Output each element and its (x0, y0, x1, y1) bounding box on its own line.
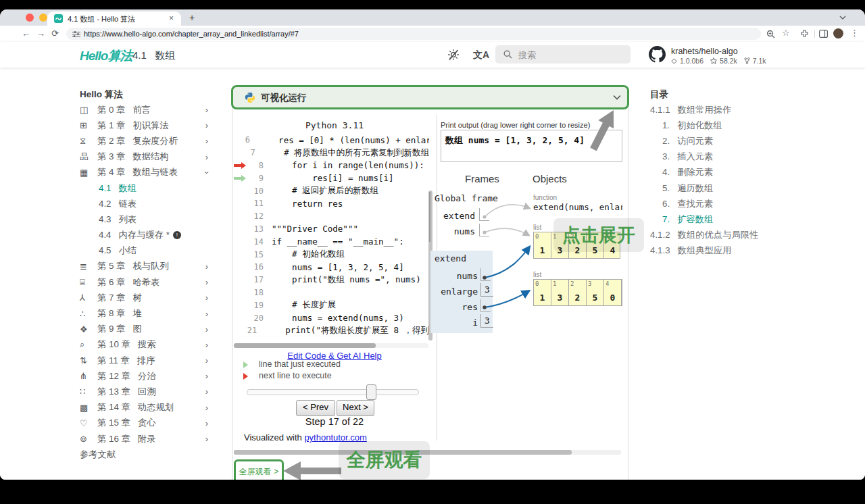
expand-annotation: 点击展开 (553, 218, 644, 252)
extend-var-res: res (433, 302, 478, 312)
browser-toolbar: ← → ⟳ https://www.hello-algo.com/chapter… (0, 26, 865, 43)
sidebar-item-ch0[interactable]: ◫第 0 章 前言› (80, 102, 212, 118)
address-bar[interactable]: https://www.hello-algo.com/chapter_array… (66, 28, 761, 40)
sidebar-item-4-3[interactable]: 4.3 列表 (80, 211, 212, 227)
fullscreen-annotation: 全屏观看 (339, 441, 430, 479)
chevron-right-icon: › (205, 120, 212, 130)
array-cell: 35 (587, 280, 604, 305)
sidebar-item-reference[interactable]: 参考文献 (80, 447, 212, 462)
chevron-right-icon: › (205, 277, 212, 287)
toc-item-3[interactable]: 3. 插入元素 (650, 149, 812, 165)
toc-item-2[interactable]: 2. 访问元素 (650, 133, 812, 149)
code-line: 10 # 返回扩展后的新数组 (234, 184, 429, 197)
side-panel-icon[interactable] (819, 30, 828, 38)
sidebar-item-ch2[interactable]: ⧖第 2 章 复杂度分析› (80, 133, 212, 149)
sidebar-item-ch14[interactable]: ▩第 14 章 动态规划› (80, 400, 212, 415)
toc-item-4-1-3[interactable]: 4.1.3 数组典型应用 (650, 243, 812, 259)
code-line: 11 return res (234, 197, 429, 210)
list1-label: list (533, 224, 541, 231)
toc-item-1[interactable]: 1. 初始化数组 (650, 118, 812, 133)
profile-avatar[interactable] (833, 28, 843, 39)
sidebar-item-ch4[interactable]: ▦第 4 章 数组与链表› (80, 165, 212, 180)
sidebar-nav: Hello 算法 ◫第 0 章 前言› ⊞第 1 章 初识算法› ⧖第 2 章 … (80, 86, 212, 462)
back-icon[interactable]: ← (22, 28, 30, 39)
toc-item-6[interactable]: 6. 查找元素 (650, 196, 812, 211)
toc-item-7-active[interactable]: 7. 扩容数组 (650, 211, 812, 227)
page-content: Hello 算法 ◫第 0 章 前言› ⊞第 1 章 初识算法› ⧖第 2 章 … (0, 68, 865, 480)
sidebar-item-ch15[interactable]: ♡第 15 章 贪心› (80, 415, 212, 431)
search-input[interactable]: 搜索 (495, 45, 631, 64)
toc-item-4-1-2[interactable]: 4.1.2 数组的优点与局限性 (650, 228, 812, 243)
tab-close-icon[interactable]: × (169, 14, 174, 23)
browser-tab[interactable]: 4.1 数组 - Hello 算法 × (47, 11, 181, 26)
browser-window: 4.1 数组 - Hello 算法 × + ← → ⟳ https://www.… (0, 9, 865, 480)
sidebar-item-ch8[interactable]: ∴第 8 章 堆› (80, 305, 212, 321)
site-settings-icon[interactable] (72, 31, 80, 37)
forward-icon[interactable]: → (36, 28, 45, 39)
bookmark-star-icon[interactable]: ☆ (782, 28, 790, 39)
new-tab-button[interactable]: + (189, 12, 195, 23)
toc-item-5[interactable]: 5. 遍历数组 (650, 180, 812, 196)
sidebar-item-ch7[interactable]: ⅄第 7 章 树› (80, 290, 212, 305)
code-line: 16 nums = [1, 3, 2, 5, 4] (234, 261, 429, 274)
translate-icon[interactable]: 文A (473, 49, 489, 61)
chevron-right-icon: › (205, 434, 212, 444)
chevron-down-icon[interactable] (613, 95, 621, 100)
code-line: 13"""Driver Code""" (234, 223, 429, 236)
kebab-menu-icon[interactable]: ⋮ (850, 28, 859, 39)
toc-title: 目录 (650, 86, 812, 102)
fullscreen-link[interactable]: 全屏观看 > (239, 466, 278, 478)
fullscreen-link-highlight[interactable]: 全屏观看 > (234, 459, 284, 480)
chevron-down-icon: › (201, 171, 212, 174)
traffic-minimize-icon[interactable] (39, 14, 47, 22)
stack-icon: ≣ (80, 261, 97, 272)
toc-item-4[interactable]: 4. 删除元素 (650, 165, 812, 180)
new-badge-icon: ! (173, 231, 181, 239)
extensions-icon[interactable] (800, 30, 809, 39)
next-button[interactable]: Next > (337, 400, 374, 416)
visualization-header[interactable]: 可视化运行 (231, 85, 629, 109)
array-cell: 01 (534, 232, 551, 258)
step-slider[interactable] (247, 389, 419, 395)
sidebar-item-4-2[interactable]: 4.2 链表 (80, 196, 212, 211)
sidebar-item-ch1[interactable]: ⊞第 1 章 初识算法› (80, 118, 212, 133)
step-slider-thumb[interactable] (366, 384, 376, 400)
traffic-close-icon[interactable] (26, 14, 34, 22)
prev-button[interactable]: < Prev (296, 400, 335, 416)
code-line: 19 # 长度扩展 (234, 299, 429, 311)
toolbar-divider (814, 30, 815, 38)
fork-icon (744, 57, 750, 64)
hello-algo-logo[interactable]: Hello算法 (80, 47, 132, 65)
magnifier-icon: ⌕ (80, 339, 97, 350)
list2-label: list (533, 271, 541, 278)
theme-toggle-icon[interactable] (447, 49, 460, 61)
chevron-right-icon: › (205, 309, 212, 319)
tree-icon: ⅄ (80, 293, 97, 303)
chevron-right-icon: › (205, 403, 212, 413)
array-cell: 13 (551, 280, 569, 305)
sidebar-item-4-5[interactable]: 4.5 小结 (80, 243, 212, 259)
step-indicator: Step 17 of 22 (243, 416, 426, 427)
sidebar-item-ch12[interactable]: ⋔第 12 章 分治› (80, 368, 212, 384)
sidebar-item-4-1[interactable]: 4.1 数组 (80, 180, 212, 196)
reload-icon[interactable]: ⟳ (51, 28, 59, 39)
code-line: 21 print("将数组长度扩展至 8 ，得到 (234, 324, 429, 337)
code-line: 7 # 将原数组中的所有元素复制到新数组 (234, 147, 429, 159)
repo-name[interactable]: krahets/hello-algo (671, 47, 738, 56)
hash-search-icon: ⌸ (80, 277, 97, 288)
next-line-arrow-icon (234, 164, 241, 167)
toc-item-4-1-1[interactable]: 4.1.1 数组常用操作 (650, 102, 812, 118)
sidebar-item-4-4[interactable]: 4.4 内存与缓存 *! (80, 228, 212, 243)
sidebar-item-ch10[interactable]: ⌕第 10 章 搜索› (80, 337, 212, 353)
sidebar-item-ch9[interactable]: ❖第 9 章 图› (80, 322, 212, 337)
sidebar-item-ch6[interactable]: ⌸第 6 章 哈希表› (80, 274, 212, 290)
github-logo-icon[interactable] (649, 46, 666, 63)
sidebar-item-ch11[interactable]: ⇅第 11 章 排序› (80, 353, 212, 368)
sidebar-item-ch16[interactable]: ⊚第 16 章 附录› (80, 431, 212, 447)
zoom-page-icon[interactable] (766, 30, 775, 39)
sidebar-item-ch13[interactable]: ∷第 13 章 回溯› (80, 384, 212, 399)
sidebar-item-ch5[interactable]: ≣第 5 章 栈与队列› (80, 259, 212, 274)
sidebar-item-ch3[interactable]: 品第 3 章 数据结构› (80, 149, 212, 165)
tab-search-chevron-icon[interactable] (839, 15, 846, 20)
code-horizontal-scrollbar[interactable] (234, 343, 428, 348)
